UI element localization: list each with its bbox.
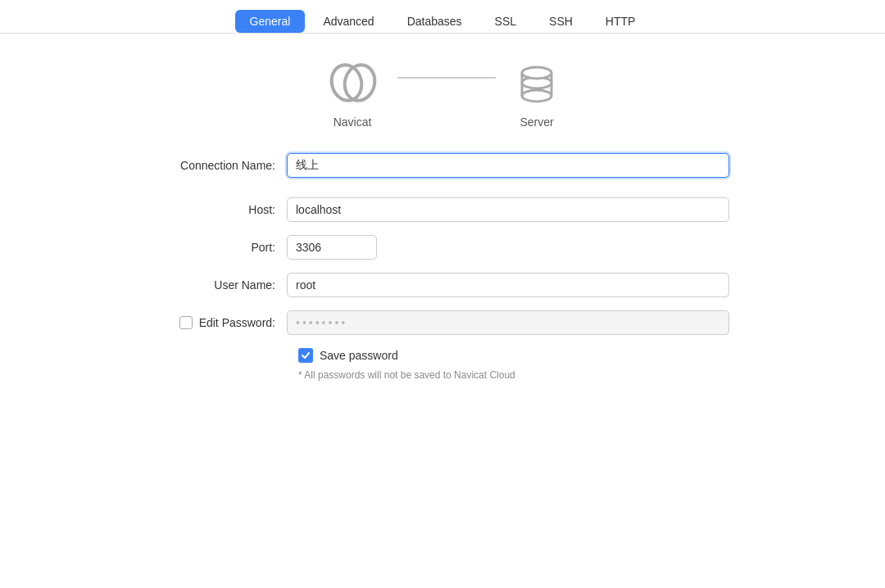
- checkmark-icon: [301, 351, 311, 360]
- edit-password-label: Edit Password:: [199, 316, 275, 329]
- connection-name-input[interactable]: [287, 153, 729, 178]
- navicat-label: Navicat: [334, 115, 372, 129]
- username-input[interactable]: [287, 273, 729, 297]
- navicat-graphic-item: Navicat: [324, 58, 381, 129]
- password-note: * All passwords will not be saved to Nav…: [298, 369, 729, 381]
- save-password-label: Save password: [320, 349, 398, 362]
- tab-advanced[interactable]: Advanced: [308, 10, 388, 33]
- tab-http[interactable]: HTTP: [591, 10, 651, 33]
- username-label: User Name:: [156, 278, 287, 292]
- form-section: Connection Name: Host: Port: User Name: …: [156, 153, 729, 381]
- connector-line: [397, 77, 496, 79]
- tab-databases[interactable]: Databases: [393, 10, 477, 33]
- svg-point-0: [328, 61, 365, 104]
- host-label: Host:: [156, 203, 287, 216]
- server-graphic-item: Server: [512, 58, 561, 129]
- host-row: Host:: [156, 197, 729, 222]
- username-row: User Name:: [156, 273, 729, 297]
- navicat-icon: [324, 58, 381, 107]
- connection-name-label: Connection Name:: [156, 159, 287, 172]
- tab-ssh[interactable]: SSH: [534, 10, 588, 33]
- tab-ssl[interactable]: SSL: [480, 10, 531, 33]
- svg-point-2: [522, 90, 551, 102]
- edit-password-checkbox[interactable]: [179, 316, 193, 329]
- server-icon: [512, 58, 561, 107]
- port-label: Port:: [156, 241, 287, 254]
- port-input[interactable]: [287, 235, 377, 260]
- connection-graphic: Navicat Server: [49, 58, 836, 129]
- tab-general[interactable]: General: [235, 10, 306, 33]
- main-content: Navicat Server Connection Name:: [0, 34, 885, 405]
- save-password-row: Save password: [298, 348, 729, 363]
- edit-password-row: Edit Password:: [156, 310, 729, 335]
- port-row: Port:: [156, 235, 729, 260]
- svg-point-6: [522, 67, 551, 79]
- host-input[interactable]: [287, 197, 729, 222]
- svg-point-1: [341, 61, 379, 104]
- save-password-checkbox[interactable]: [298, 348, 313, 363]
- edit-password-label-area: Edit Password:: [156, 316, 287, 329]
- password-input[interactable]: [287, 310, 729, 335]
- tab-bar: General Advanced Databases SSL SSH HTTP: [0, 0, 885, 34]
- server-label: Server: [520, 115, 553, 129]
- connection-name-row: Connection Name:: [156, 153, 729, 178]
